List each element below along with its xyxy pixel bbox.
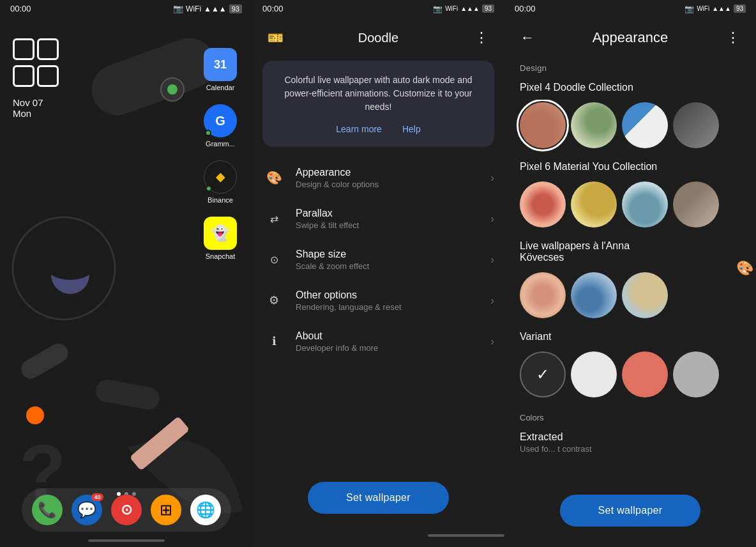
appearance-panel: 00:00 📷 WiFi ▲▲▲ 93 ← Appearance ⋮ Desig…	[504, 0, 756, 547]
swatch-ak-2[interactable]	[571, 272, 617, 318]
swatch-variant-dark[interactable]	[520, 351, 566, 397]
about-subtitle: Developer info & more	[296, 343, 480, 353]
instagram-icon-d: 📷	[433, 4, 442, 13]
appearance-subtitle: Design & color options	[296, 180, 480, 189]
swatch-p4-3[interactable]	[622, 102, 668, 148]
extracted-section: Extracted Used fo... t contrast	[510, 426, 756, 459]
settings-other-text: Other options Rendering, language & rese…	[296, 289, 480, 312]
home-date: Nov 07 Mon	[13, 97, 59, 119]
status-icons-appearance: 📷 WiFi ▲▲▲ 93	[684, 4, 746, 13]
home-nav-indicator	[88, 539, 165, 542]
app-calendar[interactable]: 31 Calendar	[204, 48, 237, 91]
svg-rect-0	[84, 31, 222, 123]
appearance-more-icon[interactable]: ⋮	[720, 25, 746, 50]
svg-point-8	[167, 84, 178, 95]
settings-parallax-text: Parallax Swipe & tilt effect	[296, 208, 480, 230]
app-binance[interactable]: ◆ Binance	[204, 160, 237, 204]
other-options-arrow: ›	[490, 294, 494, 307]
swatch-p4-4[interactable]	[673, 102, 719, 148]
swatch-p6-2[interactable]	[571, 181, 617, 227]
swatch-p4-2[interactable]	[571, 102, 617, 148]
set-wallpaper-button[interactable]: Set wallpaper	[308, 482, 449, 514]
design-section-label: Design	[510, 56, 756, 77]
extracted-title: Extracted	[520, 431, 746, 443]
promo-links: Learn more Help	[275, 124, 481, 134]
signal-icon-d: ▲▲▲	[460, 5, 480, 12]
swatch-ak-1[interactable]	[520, 272, 566, 318]
anna-swatches	[510, 270, 756, 326]
appearance-header: ← Appearance ⋮	[504, 17, 756, 56]
colors-section-label: Colors	[510, 405, 756, 426]
battery-icon: 93	[229, 4, 242, 13]
status-time-doodle: 00:00	[262, 4, 284, 13]
status-time: 00:00	[10, 4, 31, 13]
swatch-p4-1[interactable]	[520, 102, 566, 148]
battery-icon-a: 93	[734, 4, 746, 13]
pixel4-collection-title: Pixel 4 Doodle Collection	[510, 77, 756, 100]
wifi-icon-d: WiFi	[445, 5, 458, 12]
swatch-variant-coral[interactable]	[622, 351, 668, 397]
dock-grid[interactable]: ⊞	[151, 495, 181, 525]
learn-more-link[interactable]: Learn more	[336, 124, 382, 134]
more-options-icon[interactable]: ⋮	[469, 25, 494, 50]
app-snapchat[interactable]: 👻 Snapchat	[204, 217, 237, 260]
set-wallpaper-appearance-button[interactable]: Set wallpaper	[560, 495, 701, 527]
status-icons: 📷 WiFi ▲▲▲ 93	[173, 4, 242, 13]
pixel6-swatches	[510, 179, 756, 235]
other-options-subtitle: Rendering, language & reset	[296, 302, 480, 312]
appearance-arrow: ›	[490, 171, 494, 185]
settings-appearance[interactable]: 🎨 Appearance Design & color options ›	[252, 157, 504, 198]
shape-size-arrow: ›	[490, 253, 494, 266]
settings-shape-size[interactable]: ⊙ Shape size Scale & zoom effect ›	[252, 239, 504, 280]
parallax-arrow: ›	[490, 212, 494, 226]
swatch-p6-3[interactable]	[622, 181, 668, 227]
settings-about-text: About Developer info & more	[296, 330, 480, 353]
swatch-ak-3[interactable]	[622, 272, 668, 318]
battery-icon-d: 93	[482, 4, 494, 13]
parallax-icon: ⇄	[262, 207, 285, 230]
menu-icon[interactable]: 🎫	[262, 25, 288, 50]
dock-chrome[interactable]: 🌐	[190, 495, 221, 525]
clock-digit	[37, 65, 59, 87]
svg-rect-5	[130, 416, 190, 471]
instagram-icon-a: 📷	[684, 4, 694, 13]
set-wallpaper-sticky-container: Set wallpaper	[504, 477, 756, 547]
settings-other-options[interactable]: ⚙ Other options Rendering, language & re…	[252, 280, 504, 321]
doodle-title: Doodle	[358, 31, 398, 45]
shape-size-title: Shape size	[296, 249, 480, 260]
settings-list: 🎨 Appearance Design & color options › ⇄ …	[252, 152, 504, 461]
extracted-subtitle: Used fo... t contrast	[520, 444, 746, 454]
home-clock-widget: Nov 07 Mon	[13, 38, 59, 119]
swatch-variant-light[interactable]	[571, 351, 617, 397]
settings-about[interactable]: ℹ About Developer info & more ›	[252, 321, 504, 362]
variant-section-title: Variant	[510, 326, 756, 349]
dock-phone[interactable]: 📞	[32, 495, 63, 525]
messages-badge: 40	[91, 493, 103, 501]
about-title: About	[296, 330, 480, 342]
signal-icon: ▲▲▲	[204, 4, 227, 13]
clock-row-bottom	[13, 65, 59, 87]
status-bar: 00:00 📷 WiFi ▲▲▲ 93	[0, 0, 252, 17]
settings-parallax[interactable]: ⇄ Parallax Swipe & tilt effect ›	[252, 198, 504, 239]
status-time-appearance: 00:00	[515, 4, 536, 13]
clock-row-top	[13, 38, 59, 60]
pixel6-collection-title: Pixel 6 Material You Collection	[510, 156, 756, 179]
swatch-p6-1[interactable]	[520, 181, 566, 227]
dock-camera[interactable]: ⊙	[111, 495, 142, 525]
doodle-nav-indicator	[428, 534, 504, 537]
svg-rect-3	[94, 378, 162, 412]
status-bar-doodle: 00:00 📷 WiFi ▲▲▲ 93	[252, 0, 504, 17]
shape-size-icon: ⊙	[262, 248, 285, 271]
clock-digit	[13, 38, 34, 60]
status-bar-appearance: 00:00 📷 WiFi ▲▲▲ 93	[504, 0, 756, 17]
clock-digit	[13, 65, 34, 87]
back-icon[interactable]: ←	[515, 25, 540, 50]
swatch-variant-gray[interactable]	[673, 351, 719, 397]
instagram-icon: 📷	[173, 4, 183, 13]
dock-messages[interactable]: 💬 40	[72, 495, 102, 525]
swatch-p6-4[interactable]	[673, 181, 719, 227]
app-grammarly[interactable]: G Gramm...	[204, 104, 237, 148]
help-link[interactable]: Help	[402, 124, 421, 134]
svg-point-7	[161, 78, 184, 101]
parallax-subtitle: Swipe & tilt effect	[296, 220, 480, 230]
